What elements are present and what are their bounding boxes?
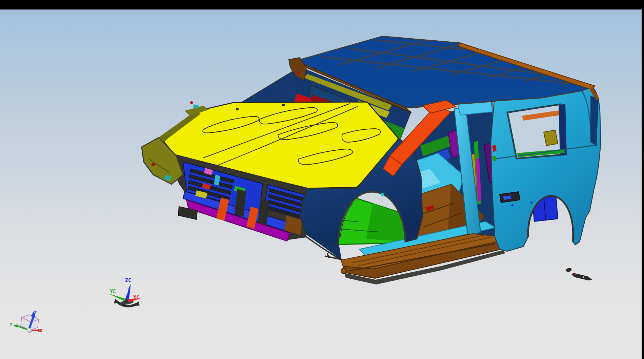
- hood-dot2: [282, 104, 285, 106]
- body-side-rear[interactable]: [491, 87, 601, 251]
- tip-red-dot2: [297, 71, 300, 74]
- csys-z-label: ZC: [125, 277, 131, 283]
- csys-triad[interactable]: ZC YC XC: [108, 277, 141, 306]
- wcs-origin-sphere[interactable]: [27, 328, 32, 333]
- body-plug-dot: [552, 199, 554, 201]
- debris-white-dot: [583, 276, 584, 278]
- debris-parts[interactable]: [566, 268, 592, 280]
- window-olive-plate: [544, 130, 558, 146]
- csys-rotate-arrowhead: [114, 299, 119, 303]
- hood-dot: [236, 108, 239, 110]
- wcs-z-label: Z: [34, 310, 37, 315]
- wcs-x-label: X: [40, 328, 43, 333]
- car-model[interactable]: [142, 36, 634, 284]
- body-plug-dot: [511, 204, 514, 206]
- wcs-y-label: Y: [9, 322, 13, 327]
- right-letterbox-bar: [642, 0, 644, 359]
- cad-screen: { "scene": { "type": "cad-3d-viewport", …: [0, 0, 644, 359]
- top-letterbox-bar: [0, 0, 644, 9]
- fender-cyan-dot: [381, 193, 384, 196]
- csys-x-label: XC: [133, 295, 139, 301]
- csys-y-label: YC: [110, 289, 116, 295]
- debris-red-dot: [575, 274, 577, 275]
- model-canvas[interactable]: ZC YC XC Z Y X: [0, 9, 642, 359]
- cowl-left-teal: [193, 104, 199, 109]
- wcs-y-arrowhead: [13, 324, 18, 328]
- wcs-triad[interactable]: Z Y X: [9, 310, 43, 333]
- csys-z-axis-cone[interactable]: [125, 284, 131, 301]
- debris-dot: [566, 268, 572, 272]
- body-plug-dot: [530, 202, 532, 204]
- csys-origin-handle[interactable]: [125, 299, 128, 303]
- cad-viewport[interactable]: ZC YC XC Z Y X: [0, 9, 642, 359]
- tip-red-dot: [152, 163, 155, 166]
- rocker-end-cap: [341, 268, 346, 274]
- window-navy-column: [559, 104, 567, 155]
- debris-sliver: [571, 273, 592, 280]
- cowl-left-red-dot: [190, 101, 193, 104]
